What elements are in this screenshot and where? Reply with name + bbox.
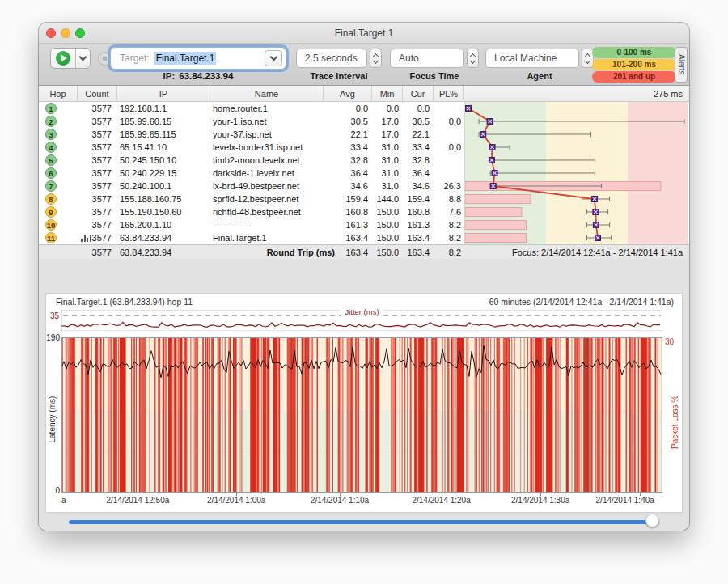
hop-table: Hop Count IP Name Avg Min Cur PL% 275 ms… [39,86,689,259]
latency-max-label: 190 [45,333,60,342]
legend-pill-warn: 101-200 ms [592,59,676,70]
time-scrollbar-thumb[interactable] [645,514,659,527]
ip-caption: IP:63.84.233.94 [110,71,286,81]
cell-name: your-37.isp.net [213,129,324,139]
focus-time-stepper[interactable] [467,49,479,68]
trace-interval-caption: Trace Interval [296,71,382,81]
time-axis-tick [540,493,541,496]
hop-badge: 6 [45,167,57,179]
jitter-strip: Jitter (ms) [61,310,662,331]
time-axis-label: 2/14/2014 1:10a [311,496,369,505]
chevron-down-icon [269,53,277,61]
trace-interval-stepper[interactable] [370,49,382,68]
play-options-dropdown[interactable] [76,49,90,68]
cell-ip: 50.240.100.1 [120,181,210,191]
cell-cur: 0.0 [392,104,430,113]
hop-latency-graph [464,102,688,244]
latency-legend: 0-100 ms 101-200 ms 201 and up [592,47,676,83]
time-axis-tick [340,493,341,496]
cell-pl: 26.3 [424,181,461,191]
trace-interval-select[interactable]: 2.5 seconds [296,49,367,68]
agent-caption: Agent [485,71,594,81]
play-icon [56,51,70,66]
loss-max-label: 30 [665,337,674,346]
play-button[interactable] [51,49,76,68]
jitter-max-label: 35 [46,311,59,320]
cell-pl: 0.0 [424,116,461,126]
agent-select[interactable]: Local Machine [485,49,579,68]
time-axis-label: 2/14/2014 1:40a [596,496,654,505]
timeline-title: Final.Target.1 (63.84.233.94) hop 11 [56,297,193,307]
time-axis-label: 2/14/2014 1:00a [207,496,265,505]
time-scrollbar-track[interactable] [69,520,659,524]
hop-badge: 10 [45,219,57,231]
hop-badge: 5 [45,154,57,166]
hop-badge: 4 [45,142,57,153]
jitter-chart [61,310,662,331]
time-scroll-row [39,513,689,531]
cell-pl: 8.8 [424,194,461,204]
latency-min-label: 0 [46,486,60,495]
cell-count: 3577 [71,220,112,230]
cell-name: home.router.1 [213,104,324,113]
panel-divider [39,259,689,293]
cell-ip: 185.99.65.115 [120,129,210,139]
cell-count: 3577 [71,129,112,139]
cell-cur: 22.1 [392,129,430,139]
cell-cur: 32.8 [392,155,430,165]
alerts-tab[interactable]: Alerts [675,47,688,83]
cell-count: 3577 [71,155,112,165]
target-dropdown-button[interactable] [265,50,282,66]
focus-time-select[interactable]: Auto [390,49,464,68]
hop-badge: 8 [45,193,57,205]
cell-name: lx-brd-49.bestpeer.net [213,181,324,191]
cell-name: Final.Target.1 [213,233,324,243]
hop-badge: 9 [45,206,57,218]
ip-value: 63.84.233.94 [179,71,233,81]
cell-name: sprfld-12.bestpeer.net [213,194,324,204]
target-combobox[interactable]: Target: Final.Target.1 [110,47,286,70]
cell-pl: 8.2 [424,220,461,230]
time-axis-tick [236,493,237,496]
time-axis-label: 2/14/2014 12:50a [106,496,169,505]
stepper-down-icon [373,57,379,63]
cell-count: 3577 [71,233,112,243]
cell-ip: 63.84.233.94 [120,233,210,243]
time-axis-label: a [61,496,66,505]
latency-loss-timeline-chart[interactable] [61,337,662,493]
loss-axis-label: Packet Loss % [671,380,679,449]
toolbar: Target: Final.Target.1 IP:63.84.233.94 2… [39,44,689,86]
hop-badge: 3 [45,129,57,140]
window-title: Final.Target.1 [39,28,689,39]
hop-badge: 7 [45,180,57,192]
timeline-range: 60 minutes (2/14/2014 12:41a - 2/14/2014… [489,297,674,307]
cell-ip: 185.99.60.15 [120,116,210,126]
hop-badge: 1 [45,103,57,114]
trace-start-button-group [50,48,91,69]
cell-ip: 192.168.1.1 [120,104,210,113]
cell-ip: 155.190.150.60 [120,207,210,217]
legend-pill-good: 0-100 ms [592,47,676,58]
target-label: Target: [120,53,150,64]
cell-pl: 7.6 [424,207,461,217]
cell-count: 3577 [71,207,112,217]
titlebar: Final.Target.1 [39,23,689,44]
cell-name: levelx-border31.isp.net [213,142,324,152]
cell-ip: 155.188.160.75 [120,194,210,204]
cell-ip: 50.240.229.15 [120,168,210,178]
cell-count: 3577 [71,142,112,152]
time-axis-tick [138,493,138,496]
cell-ip: 50.245.150.10 [120,155,210,165]
time-axis-label: 2/14/2014 1:20a [412,496,470,505]
time-axis-tick [640,493,641,496]
legend-pill-bad: 201 and up [592,71,676,83]
latency-axis-label: Latency (ms) [48,387,57,443]
cell-count: 3577 [71,168,112,178]
target-input[interactable]: Final.Target.1 [154,52,217,65]
summary-count: 3577 [71,248,112,257]
cell-pl: 8.2 [424,233,461,243]
time-axis: a2/14/2014 12:50a2/14/2014 1:00a2/14/201… [61,494,662,506]
summary-pl: 8.2 [424,248,461,257]
timeline-panel: Final.Target.1 (63.84.233.94) hop 11 60 … [45,293,683,513]
cell-name: ------------- [213,220,324,230]
